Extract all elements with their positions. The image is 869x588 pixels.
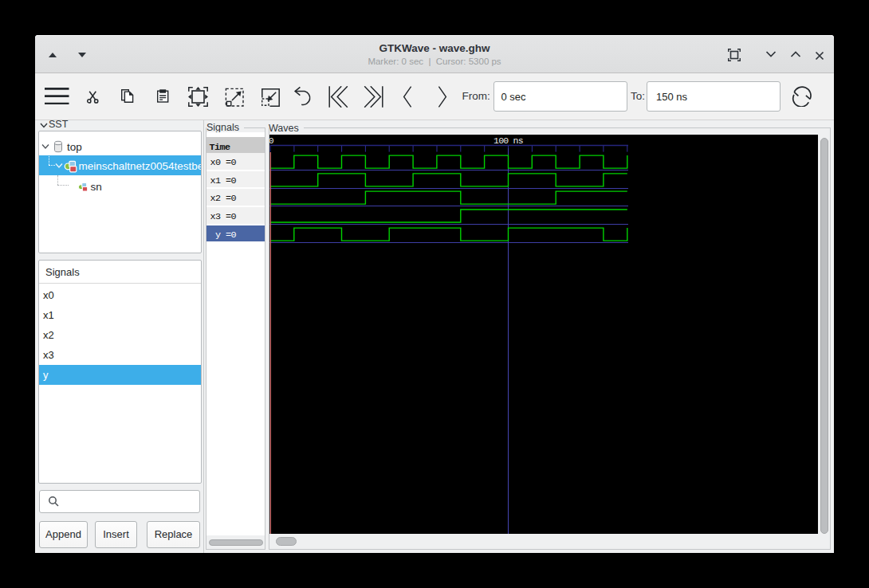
svg-text:0: 0 bbox=[269, 135, 274, 146]
svg-text:100 ns: 100 ns bbox=[493, 135, 523, 146]
